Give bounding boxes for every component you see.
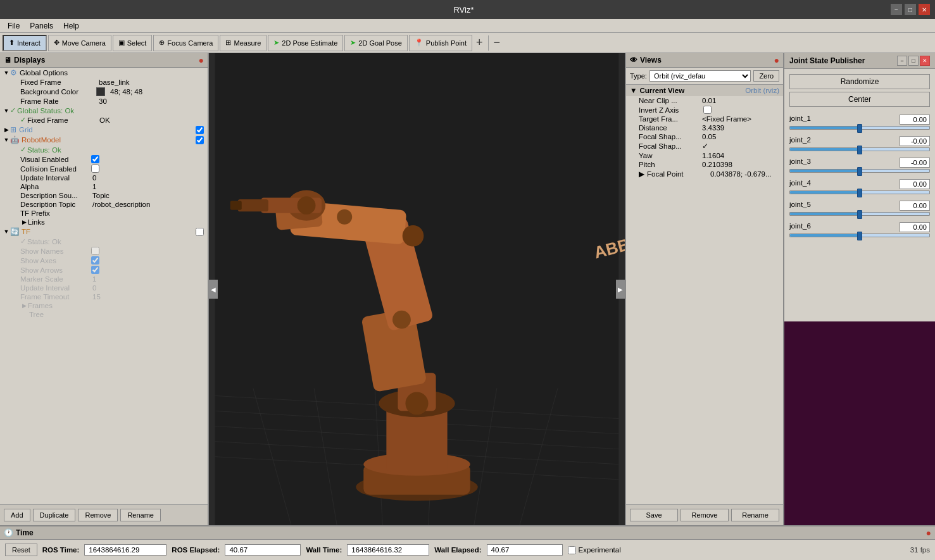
yaw-row: Yaw 1.1604: [626, 151, 783, 160]
tf-row[interactable]: ▼ 🔄 TF: [0, 227, 208, 237]
focal-point-row[interactable]: ▶ Focal Point 0.043878; -0.679...: [626, 169, 783, 179]
toolbar-separator: [488, 35, 489, 51]
randomize-button[interactable]: Randomize: [789, 74, 930, 89]
visual-enabled-checkbox[interactable]: [91, 155, 99, 163]
global-status-expand-icon[interactable]: ▼: [3, 107, 10, 115]
global-options-expand-icon[interactable]: ▼: [3, 69, 10, 77]
views-save-button[interactable]: Save: [630, 509, 678, 521]
distance-row: Distance 3.4339: [626, 123, 783, 132]
time-close-button[interactable]: ●: [926, 528, 931, 538]
focus-camera-button[interactable]: ⊕ Focus Camera: [153, 35, 218, 51]
select-button[interactable]: ▣ Select: [113, 35, 153, 51]
menu-panels[interactable]: Panels: [25, 20, 58, 32]
joint-2-slider[interactable]: [789, 147, 930, 151]
grid-checkbox[interactable]: [196, 126, 204, 134]
invert-z-checkbox[interactable]: [703, 106, 712, 114]
joint-2-label-row: joint_2: [789, 136, 930, 146]
views-type-select[interactable]: Orbit (rviz_defau: [649, 70, 751, 82]
pitch-row: Pitch 0.210398: [626, 160, 783, 169]
displays-close-button[interactable]: ●: [199, 55, 204, 65]
joint-5-label-row: joint_5: [789, 201, 930, 211]
joint-4-slider[interactable]: [789, 190, 930, 194]
joint-minimize-button[interactable]: −: [897, 56, 907, 66]
viewport-collapse-left-button[interactable]: ◀: [209, 280, 218, 299]
robot-update-interval-row: Update Interval 0: [0, 173, 208, 182]
joint-4-value[interactable]: [900, 179, 930, 189]
show-names-checkbox[interactable]: [91, 247, 99, 255]
select-icon: ▣: [118, 39, 125, 47]
joint-5-value[interactable]: [900, 201, 930, 211]
remove-button[interactable]: Remove: [78, 509, 118, 521]
close-button[interactable]: ✕: [919, 4, 930, 15]
time-reset-button[interactable]: Reset: [5, 544, 37, 556]
time-panel: 🕐 Time ● Reset ROS Time: ROS Elapsed: Wa…: [0, 525, 935, 560]
focal-point-expand-icon[interactable]: ▶: [639, 170, 644, 178]
displays-content: ▼ ⚙ Global Options Fixed Frame base_link…: [0, 68, 208, 504]
views-type-row: Type: Orbit (rviz_defau Zero: [626, 68, 783, 85]
current-view-expand-icon[interactable]: ▼: [630, 87, 637, 94]
views-zero-button[interactable]: Zero: [753, 70, 779, 82]
ros-time-input[interactable]: [84, 544, 166, 556]
main-area: 🖥 Displays ● ▼ ⚙ Global Options Fixed Fr…: [0, 53, 935, 525]
fps-display: 31 fps: [910, 546, 930, 554]
robot-alpha-row: Alpha 1: [0, 182, 208, 191]
add-button[interactable]: Add: [4, 509, 30, 521]
robot-links-row[interactable]: ▶ Links: [0, 218, 208, 227]
joint-6-value[interactable]: [900, 222, 930, 232]
joint-5-slider[interactable]: [789, 212, 930, 216]
wall-elapsed-input[interactable]: [487, 544, 563, 556]
measure-button[interactable]: ⊞ Measure: [220, 35, 267, 51]
joint-1-slider[interactable]: [789, 126, 930, 130]
joint-3-value[interactable]: [900, 158, 930, 168]
toolbar-add-button[interactable]: +: [474, 36, 486, 49]
views-close-button[interactable]: ●: [774, 55, 779, 65]
links-expand-icon[interactable]: ▶: [20, 218, 28, 226]
toolbar-remove-button[interactable]: −: [491, 36, 503, 49]
menu-file[interactable]: File: [3, 20, 25, 32]
wall-time-input[interactable]: [347, 544, 429, 556]
publish-point-button[interactable]: 📍 Publish Point: [409, 35, 472, 51]
robot-status-check-icon: ✓: [20, 146, 26, 154]
viewport-collapse-right-button[interactable]: ▶: [616, 280, 625, 299]
robot-model-checkbox[interactable]: [196, 136, 204, 144]
rename-button[interactable]: Rename: [120, 509, 161, 521]
interact-button[interactable]: ⬆ Interact: [3, 35, 47, 51]
joint-6-slider[interactable]: [789, 233, 930, 237]
tf-tree-row: Tree: [0, 310, 208, 319]
show-axes-checkbox[interactable]: [91, 256, 99, 264]
tf-checkbox[interactable]: [196, 228, 204, 236]
menu-help[interactable]: Help: [58, 20, 84, 32]
move-camera-button[interactable]: ✥ Move Camera: [48, 35, 111, 51]
robot-model-row[interactable]: ▼ 🤖 RobotModel: [0, 135, 208, 145]
ros-elapsed-input[interactable]: [225, 544, 301, 556]
joint-3-slider[interactable]: [789, 169, 930, 173]
center-button[interactable]: Center: [789, 92, 930, 107]
minimize-button[interactable]: −: [891, 4, 902, 15]
joint-2-value[interactable]: [900, 136, 930, 146]
duplicate-button[interactable]: Duplicate: [33, 509, 76, 521]
current-view-header: ▼ Current View Orbit (rviz): [626, 85, 783, 96]
joint-close-button[interactable]: ✕: [920, 56, 930, 66]
tf-frames-row[interactable]: ▶ Frames: [0, 301, 208, 310]
2d-pose-estimate-button[interactable]: ➤ 2D Pose Estimate: [268, 35, 343, 51]
views-rename-button[interactable]: Rename: [731, 509, 779, 521]
3d-viewport[interactable]: ABB ◀ ▶: [209, 53, 625, 525]
displays-header: 🖥 Displays ●: [0, 53, 208, 68]
show-arrows-checkbox[interactable]: [91, 266, 99, 274]
grid-row[interactable]: ▶ ⊞ Grid: [0, 125, 208, 135]
grid-expand-icon[interactable]: ▶: [3, 126, 10, 134]
2d-goal-pose-button[interactable]: ➤ 2D Goal Pose: [344, 35, 407, 51]
collision-enabled-checkbox[interactable]: [91, 165, 99, 173]
experimental-checkbox[interactable]: [568, 546, 576, 554]
global-options-row[interactable]: ▼ ⚙ Global Options: [0, 68, 208, 78]
tf-show-axes-row: Show Axes: [0, 256, 208, 265]
tf-expand-icon[interactable]: ▼: [3, 228, 10, 235]
global-status-row[interactable]: ▼ ✓ Global Status: Ok: [0, 106, 208, 115]
bg-color-swatch[interactable]: [96, 87, 105, 96]
joint-restore-button[interactable]: □: [908, 56, 919, 66]
views-remove-button[interactable]: Remove: [681, 509, 729, 521]
frames-expand-icon[interactable]: ▶: [20, 302, 28, 309]
robot-expand-icon[interactable]: ▼: [3, 136, 10, 144]
joint-1-value[interactable]: [900, 115, 930, 125]
maximize-button[interactable]: □: [905, 4, 916, 15]
